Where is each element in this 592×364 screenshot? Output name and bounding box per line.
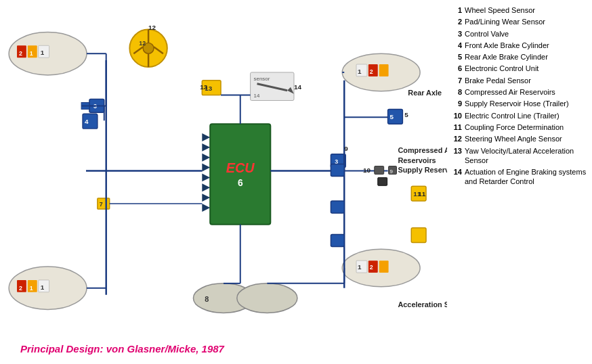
legend-item: 8Compressed Air Reservoirs [451, 87, 588, 97]
legend-text: Wheel Speed Sensor [465, 5, 535, 15]
legend-number: 2 [451, 17, 462, 26]
legend-number: 12 [451, 134, 462, 143]
svg-text:1: 1 [30, 50, 33, 57]
legend-number: 7 [451, 76, 462, 85]
svg-text:8: 8 [205, 295, 209, 303]
legend-panel: 1Wheel Speed Sensor2Pad/Lining Wear Sens… [447, 0, 592, 364]
svg-text:12: 12 [148, 24, 156, 31]
svg-rect-24 [379, 260, 389, 273]
svg-text:Rear Axle: Rear Axle [408, 89, 442, 97]
svg-rect-105 [331, 235, 344, 247]
legend-text: Yaw Velocity/Lateral Acceleration Sensor [465, 146, 588, 166]
legend-text: Electronic Control Unit [465, 64, 538, 73]
legend-text: Actuation of Engine Braking systems and … [465, 167, 588, 187]
legend-item: 13Yaw Velocity/Lateral Acceleration Sens… [451, 146, 588, 166]
svg-text:sensor: sensor [254, 76, 270, 82]
svg-text:13: 13 [200, 83, 208, 91]
svg-rect-102 [378, 177, 387, 185]
legend-text: Control Valve [465, 29, 509, 39]
svg-text:Compressed Air: Compressed Air [398, 146, 447, 154]
svg-rect-18 [379, 64, 389, 76]
svg-text:11: 11 [418, 190, 426, 198]
svg-text:6: 6 [238, 177, 243, 188]
legend-text: Supply Reservoir Hose (Trailer) [465, 99, 569, 108]
legend-number: 9 [451, 99, 462, 108]
svg-text:9: 9 [390, 168, 394, 175]
svg-text:1: 1 [30, 285, 33, 292]
svg-text:1: 1 [41, 283, 45, 291]
svg-rect-107 [411, 228, 426, 243]
svg-text:9: 9 [344, 145, 348, 152]
legend-number: 4 [451, 41, 462, 50]
svg-text:5: 5 [390, 113, 394, 120]
svg-text:1: 1 [358, 68, 362, 75]
legend-number: 8 [451, 87, 462, 97]
svg-rect-104 [331, 201, 344, 213]
legend-item: 9Supply Reservoir Hose (Trailer) [451, 99, 588, 108]
legend-item: 5Rear Axle Brake Cylinder [451, 52, 588, 62]
svg-point-49 [237, 283, 297, 313]
legend-number: 14 [451, 167, 462, 177]
svg-text:Supply Reservoir Hose: Supply Reservoir Hose [398, 166, 447, 174]
legend-item: 7Brake Pedal Sensor [451, 76, 588, 85]
svg-text:ECU: ECU [226, 160, 255, 175]
svg-text:Acceleration Sensor: Acceleration Sensor [398, 300, 447, 309]
svg-text:14: 14 [254, 93, 260, 99]
svg-text:2: 2 [370, 264, 373, 271]
diagram-area: 1 2 1 1 2 1 1 2 1 2 ECU 6 [0, 0, 447, 364]
legend-number: 5 [451, 52, 462, 62]
legend-text: Compressed Air Reservoirs [465, 87, 555, 97]
svg-text:1: 1 [358, 263, 362, 271]
legend-item: 2Pad/Lining Wear Sensor [451, 17, 588, 26]
svg-text:2: 2 [19, 50, 22, 57]
svg-rect-103 [331, 164, 344, 177]
legend-list: 1Wheel Speed Sensor2Pad/Lining Wear Sens… [451, 5, 588, 187]
svg-text:Reservoirs: Reservoirs [398, 156, 436, 164]
legend-text: Steering Wheel Angle Sensor [465, 134, 562, 143]
legend-item: 10Electric Control Line (Trailer) [451, 111, 588, 120]
svg-text:10: 10 [363, 166, 371, 174]
svg-text:7: 7 [100, 201, 103, 208]
legend-text: Brake Pedal Sensor [465, 76, 531, 85]
legend-text: Rear Axle Brake Cylinder [465, 52, 548, 62]
svg-text:1: 1 [41, 49, 45, 56]
legend-item: 4Front Axle Brake Cylinder [451, 41, 588, 50]
legend-item: 1Wheel Speed Sensor [451, 5, 588, 15]
svg-text:2: 2 [19, 285, 22, 292]
legend-item: 14Actuation of Engine Braking systems an… [451, 167, 588, 187]
legend-text: Front Axle Brake Cylinder [465, 41, 549, 50]
legend-item: 12Steering Wheel Angle Sensor [451, 134, 588, 143]
legend-number: 13 [451, 146, 462, 156]
legend-item: 11Coupling Force Determination [451, 122, 588, 132]
legend-number: 1 [451, 5, 462, 15]
svg-text:4: 4 [85, 118, 89, 125]
svg-text:2: 2 [370, 68, 373, 75]
svg-text:12: 12 [139, 40, 146, 47]
legend-text: Pad/Lining Wear Sensor [465, 17, 545, 26]
svg-text:5: 5 [404, 111, 408, 118]
legend-number: 6 [451, 64, 462, 73]
legend-item: 3Control Valve [451, 29, 588, 39]
legend-item: 6Electronic Control Unit [451, 64, 588, 73]
legend-text: Coupling Force Determination [465, 122, 564, 132]
svg-rect-101 [375, 166, 384, 175]
legend-number: 10 [451, 111, 462, 120]
svg-text:14: 14 [294, 83, 302, 91]
legend-text: Electric Control Line (Trailer) [465, 111, 559, 120]
legend-number: 11 [451, 122, 462, 132]
diagram-caption: Principal Design: von Glasner/Micke, 198… [20, 343, 224, 355]
legend-number: 3 [451, 29, 462, 39]
